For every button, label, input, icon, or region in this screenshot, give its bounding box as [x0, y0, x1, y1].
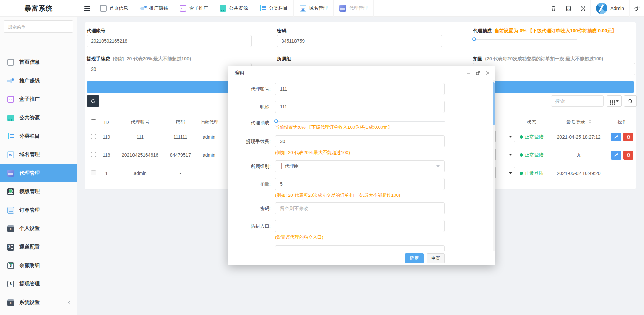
modal-password-input[interactable] — [275, 202, 445, 214]
tab-public-resource[interactable]: 公共资源 — [214, 0, 254, 17]
modal-commission-slider[interactable] — [275, 119, 445, 124]
system-settings-icon — [7, 299, 14, 306]
slider-handle[interactable] — [274, 119, 278, 123]
brand-title: 暴富系统 — [0, 0, 77, 17]
columns-toggle-button[interactable] — [607, 95, 622, 107]
scrollbar-thumb[interactable] — [493, 82, 495, 125]
cell-id: 1 — [100, 164, 113, 182]
menu-toggle-button[interactable] — [80, 0, 94, 17]
close-button[interactable] — [485, 70, 490, 76]
sidebar-item-home-info[interactable]: 首页信息 — [0, 53, 77, 72]
modal-entry-input[interactable] — [275, 220, 445, 232]
edit-button[interactable] — [611, 133, 621, 141]
grid-icon — [610, 100, 611, 102]
search-icon — [628, 99, 633, 104]
cell-id: 118 — [100, 146, 113, 164]
modal-fee-label: 提现手续费: — [235, 139, 271, 145]
col-account: 代理账号 — [113, 117, 167, 128]
modal-header[interactable]: 编辑 — [228, 66, 495, 80]
settings-button[interactable] — [629, 0, 644, 17]
pencil-icon — [614, 135, 619, 139]
modal-extra-input-partial[interactable] — [275, 245, 445, 251]
sidebar-item-order[interactable]: 订单管理 — [0, 201, 77, 219]
cell-password: 111111 — [167, 128, 194, 146]
sidebar-item-domain[interactable]: 域名管理 — [0, 145, 77, 164]
modal-scrollbar[interactable] — [493, 80, 495, 251]
status-dot — [520, 172, 523, 175]
table-search-input[interactable] — [551, 95, 604, 107]
trash-icon — [551, 6, 556, 11]
modal-group-select[interactable]: ├ 代理组 — [275, 160, 445, 172]
public-resource-icon — [7, 115, 14, 121]
sidebar-item-system[interactable]: 系统设置 — [0, 293, 77, 312]
refresh-button[interactable] — [87, 95, 99, 107]
avatar — [596, 3, 607, 14]
commission-label: 代理抽成: 当前设置为:0% 【下级代理订单收入100你将抽成:0.00元】 — [473, 28, 617, 34]
tab-domain[interactable]: 域名管理 — [294, 0, 334, 17]
tab-agent-manage[interactable]: 代理管理 — [334, 0, 374, 17]
category-icon — [7, 133, 14, 140]
modal-entry-label: 防封入口: — [235, 223, 271, 229]
deduct-hint: (20 代表每20次成功交易的订单扣一次,最大不能超过100) — [485, 56, 603, 61]
minimize-button[interactable] — [466, 70, 471, 76]
modal-footer: 确定 重置 — [228, 251, 495, 265]
row-group-select[interactable] — [495, 167, 515, 178]
tab-box-promote[interactable]: 盒子推广 — [174, 0, 214, 17]
box-promote-icon — [180, 5, 186, 12]
agent-icon — [7, 170, 14, 177]
user-menu[interactable]: Admin — [590, 0, 629, 17]
clear-cache-button[interactable] — [546, 0, 561, 17]
row-checkbox[interactable] — [91, 134, 96, 139]
confirm-button[interactable]: 确定 — [405, 253, 424, 263]
row-group-select[interactable] — [495, 131, 515, 142]
maximize-button[interactable] — [475, 70, 481, 76]
sidebar: 首页信息 推广赚钱 盒子推广 公共资源 分类栏目 域名管理 代理管理 模版管理 … — [0, 17, 77, 315]
sidebar-item-agent-manage[interactable]: 代理管理 — [0, 164, 77, 182]
sidebar-item-channel[interactable]: 通道配置 — [0, 238, 77, 256]
sidebar-item-withdraw[interactable]: 提现管理 — [0, 275, 77, 293]
sidebar-item-category[interactable]: 分类栏目 — [0, 127, 77, 145]
modal-fee-hint: (例如: 20 代表20%,最大不能超过100) — [275, 150, 350, 156]
reset-button[interactable]: 重置 — [427, 253, 445, 263]
password-input[interactable] — [277, 35, 442, 47]
box-promote-icon — [7, 96, 14, 103]
sidebar-item-public-resource[interactable]: 公共资源 — [0, 108, 77, 127]
caret-down-icon — [616, 100, 619, 102]
sidebar-item-personal[interactable]: 个人设置 — [0, 219, 77, 238]
tab-home-info[interactable]: 首页信息 — [94, 0, 134, 17]
sidebar-item-promote[interactable]: 推广赚钱 — [0, 72, 77, 90]
public-resource-icon — [220, 5, 226, 12]
sidebar-item-template[interactable]: 模版管理 — [0, 182, 77, 201]
tab-promote[interactable]: 推广赚钱 — [134, 0, 174, 17]
gear-icon — [634, 5, 640, 12]
promote-icon — [7, 78, 14, 84]
sort-icon[interactable] — [589, 119, 591, 123]
fullscreen-button[interactable] — [576, 0, 590, 17]
col-last-login[interactable]: 最后登录 — [547, 117, 610, 128]
delete-button[interactable] — [623, 151, 633, 160]
modal-commission-label: 代理抽成: — [235, 120, 271, 126]
language-button[interactable]: A — [561, 0, 576, 17]
row-group-select[interactable] — [495, 149, 515, 160]
fee-input[interactable] — [87, 63, 252, 75]
delete-button[interactable] — [623, 133, 633, 141]
modal-nickname-input[interactable] — [275, 101, 445, 113]
slider-handle[interactable] — [472, 37, 476, 41]
row-checkbox[interactable] — [91, 152, 96, 157]
select-all-checkbox[interactable] — [91, 119, 96, 124]
sidebar-item-balance[interactable]: 余额明细 — [0, 256, 77, 275]
col-status: 状态 — [516, 117, 547, 128]
agent-account-input[interactable] — [87, 35, 252, 47]
commission-slider[interactable] — [473, 37, 577, 42]
sidebar-item-box-promote[interactable]: 盒子推广 — [0, 90, 77, 108]
table-search-button[interactable] — [624, 95, 637, 107]
tab-category[interactable]: 分类栏目 — [254, 0, 294, 17]
sidebar-search-input[interactable] — [4, 24, 70, 29]
deduct-input[interactable] — [473, 63, 635, 75]
sidebar-item-member[interactable]: 会员管理 — [0, 312, 77, 315]
edit-button[interactable] — [611, 151, 621, 160]
user-name: Admin — [610, 6, 624, 11]
modal-deduct-input[interactable] — [275, 178, 445, 190]
modal-fee-input[interactable] — [275, 135, 445, 147]
modal-account-input[interactable] — [275, 83, 445, 95]
